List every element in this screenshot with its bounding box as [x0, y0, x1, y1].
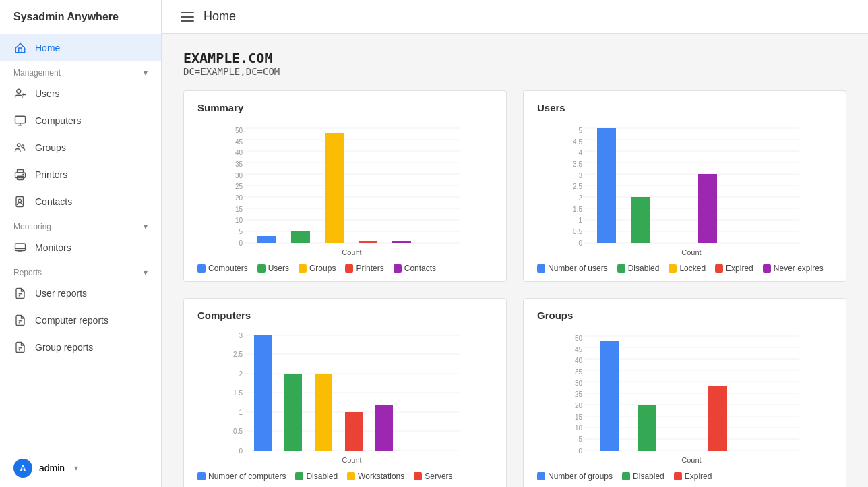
management-section[interactable]: Management ▾	[0, 61, 161, 80]
sidebar-printers-label: Printers	[35, 169, 67, 180]
svg-rect-89	[375, 405, 393, 451]
legend-num-computers: Number of computers	[208, 471, 286, 481]
svg-text:0: 0	[239, 239, 243, 247]
charts-grid: Summary 0 5 10 15 20 25 30 35	[183, 90, 846, 487]
legend-servers: Servers	[425, 471, 452, 481]
svg-text:5: 5	[578, 127, 582, 134]
svg-text:50: 50	[235, 127, 243, 134]
svg-text:30: 30	[235, 172, 243, 179]
svg-rect-40	[291, 231, 310, 243]
svg-text:15: 15	[235, 206, 243, 213]
sidebar-home-label: Home	[35, 42, 60, 53]
sidebar-item-computer-reports[interactable]: Computer reports	[0, 307, 161, 334]
sidebar-item-computers[interactable]: Computers	[0, 107, 161, 134]
computers-svg: 0 0.5 1 1.5 2 2.5 3	[197, 329, 493, 464]
user-chevron: ▾	[74, 463, 78, 473]
users-icon	[13, 87, 27, 101]
svg-text:45: 45	[575, 346, 583, 353]
printers-icon	[13, 168, 27, 181]
page-title: Home	[204, 9, 236, 24]
monitoring-label: Monitoring	[13, 222, 51, 231]
legend-num-groups: Number of groups	[548, 471, 613, 481]
groups-chart-area: 0 5 10 15 20 25 30 35 40 45 50	[537, 329, 832, 466]
computers-chart: Computers 0 0.5 1 1.5 2 2.5 3	[183, 298, 507, 487]
svg-text:1: 1	[239, 409, 243, 416]
sidebar: Sysadmin Anywhere Home Management ▾ User…	[0, 0, 162, 487]
sidebar-item-printers[interactable]: Printers	[0, 161, 161, 188]
sidebar-computers-label: Computers	[35, 115, 81, 126]
svg-text:3.5: 3.5	[573, 161, 582, 168]
menu-toggle[interactable]	[181, 12, 194, 22]
user-reports-icon	[13, 287, 27, 300]
computer-reports-icon	[13, 314, 27, 327]
user-name: admin	[39, 463, 65, 474]
legend-users: Users	[268, 264, 289, 273]
svg-text:0: 0	[578, 447, 582, 455]
svg-text:35: 35	[575, 368, 583, 376]
sidebar-users-label: Users	[35, 88, 60, 99]
sidebar-item-group-reports[interactable]: Group reports	[0, 334, 161, 361]
sidebar-item-user-reports[interactable]: User reports	[0, 280, 161, 307]
users-svg: 0 0.5 1 1.5 2 2.5 3 3.5 4 4.5 5	[537, 121, 832, 256]
legend-contacts: Contacts	[404, 264, 436, 273]
monitoring-section[interactable]: Monitoring ▾	[0, 215, 161, 234]
home-icon	[13, 41, 27, 55]
svg-rect-115	[708, 386, 727, 451]
svg-point-3	[22, 145, 24, 148]
svg-text:5: 5	[239, 228, 243, 235]
legend-num-users: Number of users	[548, 264, 608, 273]
svg-text:3: 3	[578, 172, 582, 179]
svg-text:Count: Count	[681, 456, 701, 464]
svg-rect-4	[18, 170, 24, 173]
sidebar-item-contacts[interactable]: Contacts	[0, 188, 161, 215]
sidebar-computer-reports-label: Computer reports	[35, 315, 108, 326]
summary-legend: Computers Users Groups Printers Contacts	[197, 264, 493, 273]
content-area: EXAMPLE.COM DC=EXAMPLE,DC=COM Summary 0 …	[162, 34, 868, 487]
reports-label: Reports	[13, 268, 42, 277]
user-menu[interactable]: A admin ▾	[0, 449, 161, 487]
svg-rect-10	[16, 244, 26, 251]
monitors-icon	[13, 241, 27, 254]
legend-expired-groups: Expired	[685, 471, 712, 481]
svg-rect-113	[600, 341, 619, 451]
svg-rect-69	[698, 174, 717, 243]
svg-text:1.5: 1.5	[233, 389, 243, 397]
domain-title: EXAMPLE.COM	[183, 50, 846, 66]
sidebar-monitors-label: Monitors	[35, 242, 71, 253]
legend-printers: Printers	[356, 264, 383, 273]
svg-text:4: 4	[578, 149, 582, 156]
computers-chart-title: Computers	[197, 310, 493, 321]
reports-section[interactable]: Reports ▾	[0, 261, 161, 280]
legend-disabled-groups: Disabled	[633, 471, 664, 481]
svg-rect-67	[597, 128, 616, 243]
legend-workstations: Workstations	[358, 471, 404, 481]
svg-rect-68	[631, 197, 650, 243]
groups-legend: Number of groups Disabled Expired	[537, 471, 832, 481]
computers-legend: Number of computers Disabled Workstation…	[197, 471, 493, 481]
svg-text:Count: Count	[681, 248, 701, 256]
legend-disabled-computers: Disabled	[306, 471, 338, 481]
svg-text:5: 5	[578, 436, 582, 443]
avatar: A	[13, 459, 32, 478]
svg-rect-43	[392, 241, 411, 243]
sidebar-item-home[interactable]: Home	[0, 34, 161, 61]
svg-text:1: 1	[578, 217, 582, 224]
svg-text:0: 0	[239, 447, 243, 455]
groups-chart-title: Groups	[537, 310, 832, 321]
svg-point-0	[17, 89, 21, 93]
svg-rect-87	[315, 374, 332, 451]
svg-text:30: 30	[575, 380, 583, 387]
sidebar-item-groups[interactable]: Groups	[0, 134, 161, 161]
summary-chart: Summary 0 5 10 15 20 25 30 35	[183, 90, 507, 282]
svg-text:0.5: 0.5	[573, 228, 582, 235]
users-chart: Users 0 0.5 1 1.5 2 2.5 3 3.5 4	[523, 90, 846, 282]
svg-rect-42	[359, 241, 377, 243]
groups-icon	[13, 141, 27, 154]
sidebar-item-users[interactable]: Users	[0, 80, 161, 107]
computers-chart-area: 0 0.5 1 1.5 2 2.5 3	[197, 329, 493, 466]
sidebar-item-monitors[interactable]: Monitors	[0, 234, 161, 261]
topbar: Home	[162, 0, 868, 34]
svg-text:Count: Count	[342, 456, 361, 464]
svg-text:2.5: 2.5	[573, 183, 582, 190]
domain-subtitle: DC=EXAMPLE,DC=COM	[183, 66, 846, 77]
